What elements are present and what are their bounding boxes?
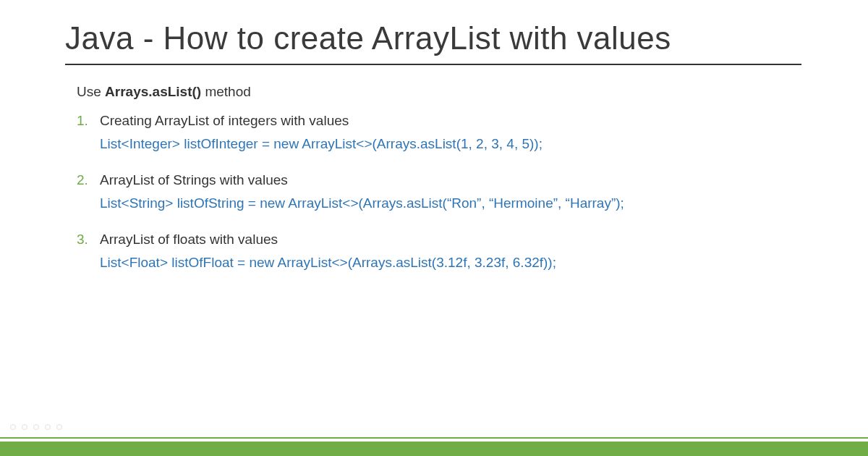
decor-dots [10, 424, 62, 430]
list-item: 3. ArrayList of floats with values [77, 232, 825, 248]
intro-bold: Arrays.asList() [105, 84, 201, 99]
dot-icon [22, 424, 27, 430]
dot-icon [56, 424, 62, 430]
footer-bar [0, 442, 868, 456]
slide: Java - How to create ArrayList with valu… [0, 0, 868, 456]
dot-icon [45, 424, 51, 430]
dot-icon [33, 424, 39, 430]
code-line: List<Float> listOfFloat = new ArrayList<… [77, 255, 825, 271]
list-item-label: ArrayList of floats with values [100, 232, 278, 248]
list-item: 2. ArrayList of Strings with values [77, 172, 825, 188]
body-area: Use Arrays.asList() method 1. Creating A… [0, 71, 868, 271]
dot-icon [10, 424, 16, 430]
page-title: Java - How to create ArrayList with valu… [65, 20, 801, 65]
list-number: 3. [77, 232, 100, 248]
list-number: 1. [77, 113, 100, 129]
code-line: List<String> listOfString = new ArrayLis… [77, 195, 825, 211]
intro-prefix: Use [77, 84, 105, 99]
list-item: 1. Creating ArrayList of integers with v… [77, 113, 825, 129]
intro-suffix: method [201, 84, 251, 99]
list-item-label: ArrayList of Strings with values [100, 172, 288, 188]
intro-line: Use Arrays.asList() method [77, 84, 825, 100]
list-number: 2. [77, 172, 100, 188]
title-area: Java - How to create ArrayList with valu… [0, 0, 868, 71]
list-item-label: Creating ArrayList of integers with valu… [100, 113, 349, 129]
code-line: List<Integer> listOfInteger = new ArrayL… [77, 136, 825, 152]
